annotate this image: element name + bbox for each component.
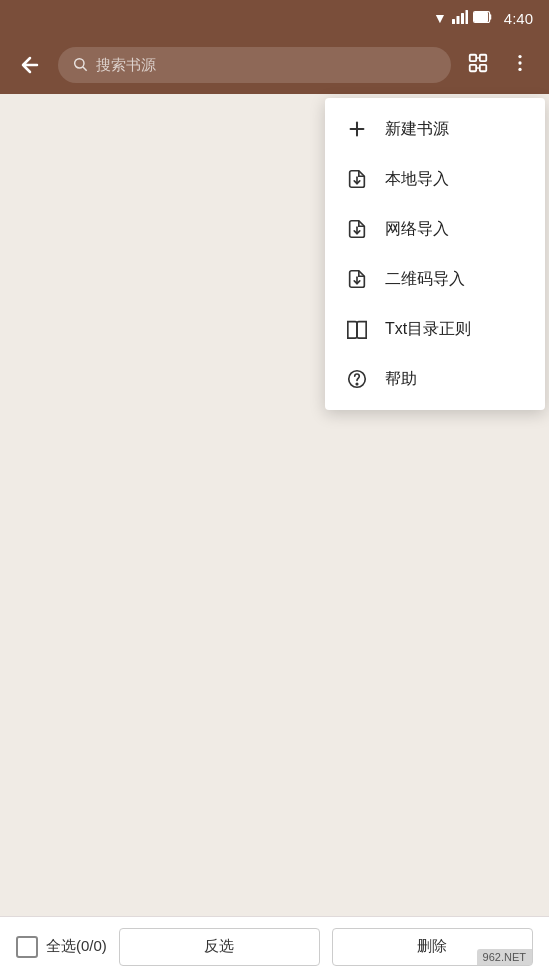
svg-rect-2 (461, 13, 464, 24)
svg-rect-1 (456, 16, 459, 24)
menu-item-local-import[interactable]: 本地导入 (325, 154, 545, 204)
menu-item-network-import[interactable]: 网络导入 (325, 204, 545, 254)
plus-icon (345, 118, 369, 140)
svg-rect-0 (452, 19, 455, 24)
search-icon (72, 56, 88, 75)
help-icon (345, 368, 369, 390)
status-icons: ▼ 4:40 (433, 10, 533, 27)
menu-label-txt-rule: Txt目录正则 (385, 319, 471, 340)
network-import-icon (345, 218, 369, 240)
back-button[interactable] (12, 47, 48, 83)
menu-item-qr-import[interactable]: 二维码导入 (325, 254, 545, 304)
toolbar: 搜索书源 (0, 36, 549, 94)
menu-item-txt-rule[interactable]: Txt目录正则 (325, 304, 545, 354)
grid-icon[interactable] (461, 46, 495, 85)
menu-label-network-import: 网络导入 (385, 219, 449, 240)
signal-icon (452, 10, 468, 27)
more-icon[interactable] (503, 46, 537, 85)
local-import-icon (345, 168, 369, 190)
watermark-text: 962.NET (483, 951, 526, 963)
wifi-icon: ▼ (433, 10, 447, 26)
battery-icon (473, 10, 493, 26)
menu-item-help[interactable]: 帮助 (325, 354, 545, 404)
book-icon (345, 318, 369, 340)
main-content: 新建书源 本地导入 网络导入 (0, 94, 549, 916)
svg-rect-5 (474, 13, 487, 22)
svg-rect-11 (480, 64, 486, 70)
svg-point-6 (75, 58, 84, 67)
svg-line-7 (83, 67, 87, 71)
svg-point-24 (356, 383, 357, 384)
menu-label-qr-import: 二维码导入 (385, 269, 465, 290)
svg-point-14 (518, 54, 521, 57)
svg-rect-9 (480, 54, 486, 60)
menu-label-local-import: 本地导入 (385, 169, 449, 190)
select-all-area[interactable]: 全选(0/0) (16, 936, 107, 958)
delete-button[interactable]: 删除 962.NET (332, 928, 533, 966)
menu-label-help: 帮助 (385, 369, 417, 390)
dropdown-menu: 新建书源 本地导入 网络导入 (325, 98, 545, 410)
svg-point-15 (518, 61, 521, 64)
search-placeholder: 搜索书源 (96, 56, 156, 75)
reverse-select-button[interactable]: 反选 (119, 928, 320, 966)
select-all-checkbox[interactable] (16, 936, 38, 958)
menu-label-new-source: 新建书源 (385, 119, 449, 140)
toolbar-right (461, 46, 537, 85)
select-all-label: 全选(0/0) (46, 937, 107, 956)
search-bar[interactable]: 搜索书源 (58, 47, 451, 83)
svg-rect-10 (470, 64, 476, 70)
menu-item-new-source[interactable]: 新建书源 (325, 104, 545, 154)
svg-rect-8 (470, 54, 476, 60)
status-time: 4:40 (504, 10, 533, 27)
svg-rect-3 (465, 10, 468, 24)
qr-import-icon (345, 268, 369, 290)
status-bar: ▼ 4:40 (0, 0, 549, 36)
bottom-bar: 全选(0/0) 反选 删除 962.NET (0, 916, 549, 976)
svg-point-16 (518, 67, 521, 70)
